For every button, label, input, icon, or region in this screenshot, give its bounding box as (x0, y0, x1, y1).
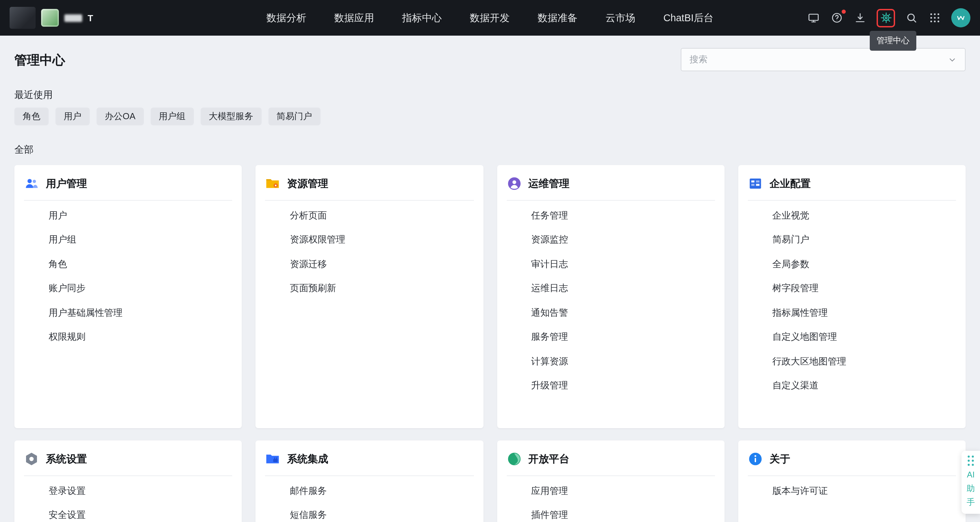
ops-icon (506, 176, 522, 191)
card-header: 系统集成 (266, 451, 474, 467)
top-navbar: T 数据分析数据应用指标中心数据开发数据准备云市场ChatBI后台 (0, 0, 980, 36)
navbar-actions (807, 8, 970, 27)
brand-name-blurred (64, 14, 82, 22)
category-card: 系统集成 邮件服务短信服务 (256, 441, 484, 522)
card-title: 企业配置 (770, 177, 811, 190)
recent-chip[interactable]: 用户 (56, 108, 90, 125)
card-menu-item[interactable]: 任务管理 (531, 204, 715, 228)
card-menu-item[interactable]: 行政大区地图管理 (773, 349, 956, 374)
recent-chip[interactable]: 角色 (14, 108, 49, 125)
card-header: 资源管理 (266, 175, 474, 192)
brand-area: T (10, 7, 93, 29)
card-title: 资源管理 (287, 177, 328, 190)
card-menu-item[interactable]: 用户基础属性管理 (49, 301, 232, 325)
divider (24, 476, 232, 476)
settings-tooltip: 管理中心 (870, 31, 916, 51)
download-icon[interactable] (853, 11, 867, 25)
divider (506, 200, 715, 201)
card-menu-item[interactable]: 自定义地图管理 (773, 325, 956, 349)
nav-item[interactable]: 数据准备 (538, 11, 578, 24)
recent-chip[interactable]: 办公OA (97, 108, 144, 125)
card-menu-item[interactable]: 服务管理 (531, 325, 715, 349)
search-select[interactable]: 搜索 (681, 48, 966, 71)
card-menu-item[interactable]: 通知告警 (531, 301, 715, 325)
app-window: T 数据分析数据应用指标中心数据开发数据准备云市场ChatBI后台 (0, 0, 980, 522)
page-header: 管理中心 搜索 (14, 48, 966, 71)
card-menu: 邮件服务短信服务 (266, 479, 474, 522)
recent-chip[interactable]: 简易门户 (269, 108, 320, 125)
card-menu-item[interactable]: 短信服务 (290, 503, 474, 522)
card-menu-item[interactable]: 安全设置 (49, 503, 232, 522)
help-icon[interactable] (830, 11, 844, 25)
category-grid: 用户管理 用户用户组角色账户同步用户基础属性管理权限规则 资源管理 分析页面资源… (14, 165, 966, 522)
card-menu-item[interactable]: 计算资源 (531, 349, 715, 374)
ai-assistant-button[interactable]: AI 助 手 (961, 451, 980, 514)
card-menu: 登录设置安全设置 (24, 479, 232, 522)
card-menu: 企业视觉简易门户全局参数树字段管理指标属性管理自定义地图管理行政大区地图管理自定… (748, 204, 956, 398)
card-menu: 任务管理资源监控审计日志运维日志通知告警服务管理计算资源升级管理 (506, 204, 715, 398)
divider (24, 200, 232, 201)
brand-logo (41, 9, 59, 27)
card-menu-item[interactable]: 插件管理 (531, 503, 715, 522)
card-menu-item[interactable]: 简易门户 (773, 228, 956, 252)
search-icon[interactable] (905, 11, 918, 25)
category-card: 开放平台 应用管理插件管理 (497, 441, 725, 522)
card-header: 开放平台 (506, 451, 715, 467)
card-menu-item[interactable]: 版本与许可证 (773, 479, 956, 503)
screen-share-icon[interactable] (807, 11, 821, 25)
nav-item[interactable]: 指标中心 (402, 11, 442, 24)
card-menu-item[interactable]: 树字段管理 (773, 277, 956, 301)
brand-image (10, 7, 36, 29)
card-menu-item[interactable]: 分析页面 (290, 204, 474, 228)
card-menu-item[interactable]: 权限规则 (49, 325, 232, 349)
ai-label: 助 (967, 484, 975, 494)
building-icon (748, 176, 763, 191)
category-card: 资源管理 分析页面资源权限管理资源迁移页面预刷新 (256, 165, 484, 428)
nav-item[interactable]: 数据开发 (470, 11, 509, 24)
user-avatar[interactable] (951, 8, 970, 27)
card-menu-item[interactable]: 全局参数 (773, 252, 956, 277)
settings-icon[interactable] (877, 9, 895, 27)
divider (748, 476, 956, 476)
card-menu-item[interactable]: 资源迁移 (290, 252, 474, 277)
recent-chip[interactable]: 用户组 (151, 108, 194, 125)
category-card: 关于 版本与许可证 (738, 441, 966, 522)
recent-chip[interactable]: 大模型服务 (200, 108, 262, 125)
card-menu-item[interactable]: 自定义渠道 (773, 374, 956, 398)
card-title: 系统集成 (287, 452, 328, 465)
card-menu-item[interactable]: 角色 (49, 252, 232, 277)
recent-label: 最近使用 (14, 89, 966, 101)
card-menu-item[interactable]: 资源监控 (531, 228, 715, 252)
card-menu-item[interactable]: 用户 (49, 204, 232, 228)
card-menu-item[interactable]: 升级管理 (531, 374, 715, 398)
card-menu-item[interactable]: 页面预刷新 (290, 277, 474, 301)
card-menu: 用户用户组角色账户同步用户基础属性管理权限规则 (24, 204, 232, 349)
page-title: 管理中心 (14, 51, 65, 68)
card-menu-item[interactable]: 审计日志 (531, 252, 715, 277)
card-header: 系统设置 (24, 451, 232, 467)
chevron-down-icon (948, 55, 957, 64)
card-menu-item[interactable]: 登录设置 (49, 479, 232, 503)
nav-item[interactable]: 数据应用 (334, 11, 374, 24)
card-menu-item[interactable]: 账户同步 (49, 277, 232, 301)
card-menu-item[interactable]: 用户组 (49, 228, 232, 252)
ai-label: AI (967, 470, 975, 480)
category-card: 系统设置 登录设置安全设置 (14, 441, 242, 522)
card-menu-item[interactable]: 应用管理 (531, 479, 715, 503)
users-icon (24, 176, 39, 191)
main-content: 管理中心 搜索 最近使用 角色用户办公OA用户组大模型服务简易门户 全部 用户管… (0, 48, 980, 522)
integration-icon (266, 452, 280, 466)
card-menu-item[interactable]: 指标属性管理 (773, 301, 956, 325)
card-menu-item[interactable]: 资源权限管理 (290, 228, 474, 252)
nav-item[interactable]: 云市场 (605, 11, 635, 24)
recent-chips: 角色用户办公OA用户组大模型服务简易门户 (14, 108, 966, 125)
brand-text: T (88, 13, 93, 23)
nav-item[interactable]: 数据分析 (266, 11, 306, 24)
card-menu-item[interactable]: 企业视觉 (773, 204, 956, 228)
card-header: 用户管理 (24, 175, 232, 192)
apps-grid-icon[interactable] (928, 11, 942, 25)
card-menu-item[interactable]: 邮件服务 (290, 479, 474, 503)
nav-item[interactable]: ChatBI后台 (663, 11, 714, 24)
drag-dots-icon (967, 455, 974, 466)
card-menu-item[interactable]: 运维日志 (531, 277, 715, 301)
